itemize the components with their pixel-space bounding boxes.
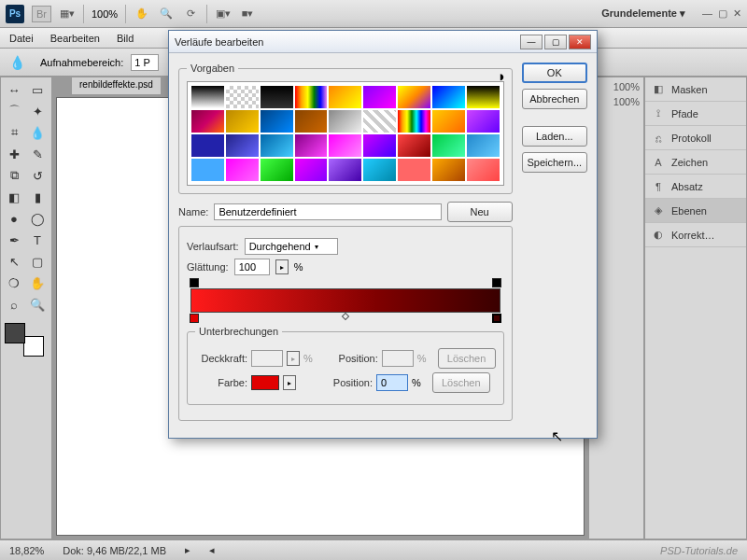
cancel-button[interactable]: Abbrechen — [522, 89, 587, 109]
color-swatch[interactable] — [251, 375, 279, 390]
preset-swatch[interactable] — [226, 86, 259, 108]
preset-swatch[interactable] — [467, 134, 500, 157]
frame-icon[interactable]: ▦▾ — [59, 6, 76, 22]
camera-tool[interactable]: ⌕ — [3, 294, 25, 315]
minimize-icon[interactable]: — — [702, 7, 712, 20]
heal-tool[interactable]: ✚ — [3, 144, 25, 164]
menu-bild[interactable]: Bild — [117, 33, 134, 44]
dialog-close-icon[interactable]: ✕ — [569, 35, 591, 49]
color-position-input[interactable] — [376, 374, 408, 391]
crop-tool[interactable]: ⌗ — [3, 122, 25, 143]
status-zoom[interactable]: 18,82% — [9, 545, 44, 556]
preset-swatch[interactable] — [398, 110, 430, 133]
zoom-icon[interactable]: 🔍 — [158, 6, 175, 22]
blur-tool[interactable]: ● — [3, 208, 25, 229]
preset-swatch[interactable] — [261, 86, 293, 108]
preset-swatch[interactable] — [295, 134, 328, 157]
preset-swatch[interactable] — [226, 110, 259, 133]
preset-swatch[interactable] — [226, 134, 259, 157]
color-swatches[interactable] — [3, 321, 46, 358]
preset-swatch[interactable] — [467, 86, 500, 108]
ok-button[interactable]: OK — [522, 63, 587, 83]
panel-item[interactable]: AZeichen — [645, 150, 746, 175]
new-button[interactable]: Neu — [447, 202, 513, 222]
preset-swatch[interactable] — [191, 86, 224, 108]
hand-tool[interactable]: ✋ — [26, 273, 49, 293]
preset-swatch[interactable] — [261, 159, 293, 181]
arrange-icon[interactable]: ■▾ — [239, 6, 256, 22]
preset-swatch[interactable] — [261, 110, 293, 133]
preset-swatch[interactable] — [398, 86, 430, 108]
eyedropper-tool[interactable]: 💧 — [26, 122, 49, 143]
panel-item[interactable]: ⎌Protokoll — [645, 126, 746, 150]
save-button[interactable]: Speichern... — [522, 152, 587, 173]
smoothness-flyout-icon[interactable]: ▸ — [275, 259, 289, 274]
preset-swatch[interactable] — [363, 86, 396, 108]
screen-mode-icon[interactable]: ▣▾ — [215, 6, 232, 22]
hand-icon[interactable]: ✋ — [134, 6, 150, 22]
maximize-icon[interactable]: ▢ — [718, 7, 727, 20]
panel-item[interactable]: ⟟Pfade — [645, 102, 746, 126]
preset-swatch[interactable] — [467, 159, 500, 181]
dialog-minimize-icon[interactable]: — — [520, 35, 543, 49]
preset-swatch[interactable] — [329, 86, 361, 108]
midpoint-handle[interactable] — [342, 313, 349, 320]
eraser-tool[interactable]: ◧ — [3, 187, 25, 207]
preset-swatch[interactable] — [363, 159, 396, 181]
opacity-stop-right[interactable] — [492, 278, 501, 287]
color-stop-right[interactable] — [492, 314, 501, 323]
marquee-tool[interactable]: ▭ — [26, 79, 49, 100]
gradient-tool[interactable]: ▮ — [26, 187, 49, 207]
preset-swatch[interactable] — [191, 110, 224, 133]
preset-swatch[interactable] — [295, 159, 328, 181]
presets-menu-icon[interactable]: ◗ — [500, 72, 504, 81]
load-button[interactable]: Laden... — [522, 126, 587, 147]
path-tool[interactable]: ↖ — [3, 251, 25, 272]
preset-swatch[interactable] — [329, 110, 361, 133]
preset-swatch[interactable] — [295, 110, 328, 133]
move-tool[interactable]: ↔ — [3, 79, 25, 100]
history-brush-tool[interactable]: ↺ — [26, 165, 49, 186]
gradient-preview[interactable] — [190, 288, 500, 313]
name-input[interactable] — [214, 203, 441, 220]
opacity-stop-left[interactable] — [190, 278, 199, 287]
document-tab[interactable]: renbildeffekte.psd — [71, 77, 162, 95]
preset-swatch[interactable] — [191, 159, 224, 181]
rotate-icon[interactable]: ⟳ — [182, 6, 199, 22]
preset-swatch[interactable] — [226, 159, 259, 181]
type-combo[interactable]: Durchgehend — [245, 238, 338, 255]
zoom-tool[interactable]: 🔍 — [26, 294, 49, 315]
preset-swatch[interactable] — [432, 134, 465, 157]
eyedropper-icon[interactable]: 💧 — [9, 55, 25, 70]
close-icon[interactable]: ✕ — [733, 7, 741, 20]
lasso-tool[interactable]: ⌒ — [3, 101, 25, 121]
preset-swatch[interactable] — [295, 86, 328, 108]
color-flyout-icon[interactable]: ▸ — [283, 375, 296, 390]
panel-item[interactable]: ¶Absatz — [645, 175, 746, 199]
preset-swatch[interactable] — [398, 134, 430, 157]
color-stop-left[interactable] — [190, 314, 199, 323]
dialog-maximize-icon[interactable]: ▢ — [544, 35, 567, 49]
panel-item[interactable]: ◈Ebenen — [645, 199, 746, 223]
shape-tool[interactable]: ▢ — [26, 251, 49, 272]
brush-tool[interactable]: ✎ — [26, 144, 49, 164]
preset-swatch[interactable] — [467, 110, 500, 133]
preset-swatch[interactable] — [432, 110, 465, 133]
preset-swatch[interactable] — [432, 159, 465, 181]
preset-swatch[interactable] — [363, 110, 396, 133]
zoom-level[interactable]: 100% — [92, 8, 118, 20]
preset-swatch[interactable] — [363, 134, 396, 157]
dodge-tool[interactable]: ◯ — [26, 208, 49, 229]
pen-tool[interactable]: ✒ — [3, 230, 25, 250]
preset-swatch[interactable] — [432, 86, 465, 108]
preset-swatch[interactable] — [329, 134, 361, 157]
panel-item[interactable]: ◐Korrekt… — [645, 223, 746, 247]
smoothness-input[interactable] — [234, 259, 270, 275]
preset-swatch[interactable] — [261, 134, 293, 157]
preset-swatch[interactable] — [329, 159, 361, 181]
preset-swatch[interactable] — [191, 134, 224, 157]
wand-tool[interactable]: ✦ — [26, 101, 49, 121]
workspace-selector[interactable]: Grundelemente ▾ — [601, 7, 685, 20]
sample-size-input[interactable] — [131, 54, 159, 71]
preset-swatch[interactable] — [398, 159, 430, 181]
